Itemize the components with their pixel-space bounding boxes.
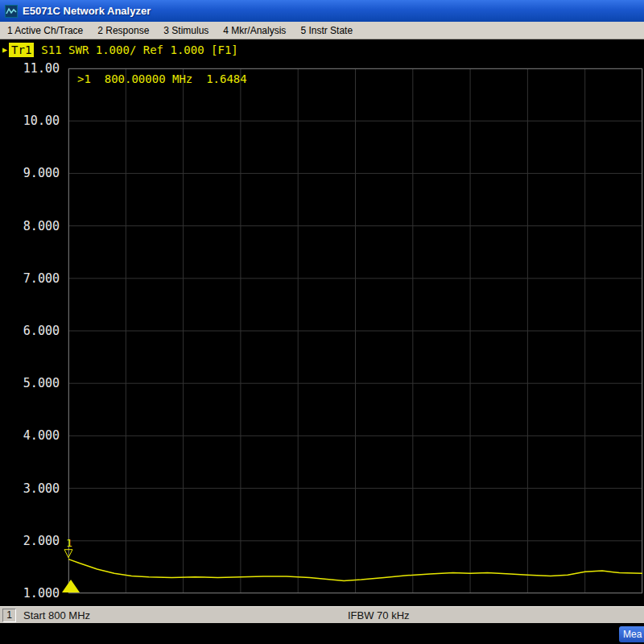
y-axis-scale: 11.0010.009.0008.0007.0006.0005.0004.000… [0,68,64,593]
ifbw-label: IFBW 70 kHz [348,609,410,621]
y-axis-tick-label: 8.000 [23,220,60,233]
y-axis-tick-label: 2.000 [23,535,60,547]
menu-bar: 1 Active Ch/Trace 2 Response 3 Stimulus … [0,22,644,39]
menu-active-ch-trace[interactable]: 1 Active Ch/Trace [0,22,90,39]
marker-1-number: 1 [66,537,72,549]
swr-graticule: 1 [68,68,642,593]
title-bar[interactable]: E5071C Network Analyzer [0,0,644,22]
analyzer-window: E5071C Network Analyzer 1 Active Ch/Trac… [0,0,644,644]
y-axis-tick-label: 7.000 [23,272,60,285]
trace1-parameters: S11 SWR 1.000/ Ref 1.000 [F1] [41,43,237,57]
reference-level-indicator [62,580,80,592]
marker1-readout: >1 800.00000 MHz 1.6484 [77,72,247,85]
y-axis-tick-label: 3.000 [23,482,60,495]
active-trace-arrow-icon: ▶ [2,43,7,57]
channel-number-box: 1 [2,609,16,622]
status-bar: 1 Start 800 MHz IFBW 70 kHz [0,606,644,623]
y-axis-tick-label: 5.000 [23,377,60,390]
y-axis-tick-label: 11.00 [23,62,60,75]
grid-lines [68,68,642,593]
instrument-screen: ▶ Tr1 S11 SWR 1.000/ Ref 1.000 [F1] 11.0… [0,39,644,606]
menu-response[interactable]: 2 Response [90,22,156,39]
y-axis-tick-label: 4.000 [23,429,60,442]
trace-status-bar: ▶ Tr1 S11 SWR 1.000/ Ref 1.000 [F1] [2,43,238,57]
menu-instr-state[interactable]: 5 Instr State [293,22,360,39]
window-title: E5071C Network Analyzer [23,5,151,17]
y-axis-tick-label: 6.000 [23,324,60,337]
app-icon [5,5,18,18]
menu-mkr-analysis[interactable]: 4 Mkr/Analysis [216,22,293,39]
y-axis-tick-label: 1.000 [23,587,60,600]
y-axis-tick-label: 9.000 [23,167,60,180]
trace1-label[interactable]: Tr1 [9,43,34,57]
taskbar: Mea [0,623,644,644]
y-axis-tick-label: 10.00 [23,114,60,127]
measurement-taskbar-button[interactable]: Mea [619,626,644,642]
menu-stimulus[interactable]: 3 Stimulus [156,22,216,39]
start-frequency-label: Start 800 MHz [23,609,90,621]
